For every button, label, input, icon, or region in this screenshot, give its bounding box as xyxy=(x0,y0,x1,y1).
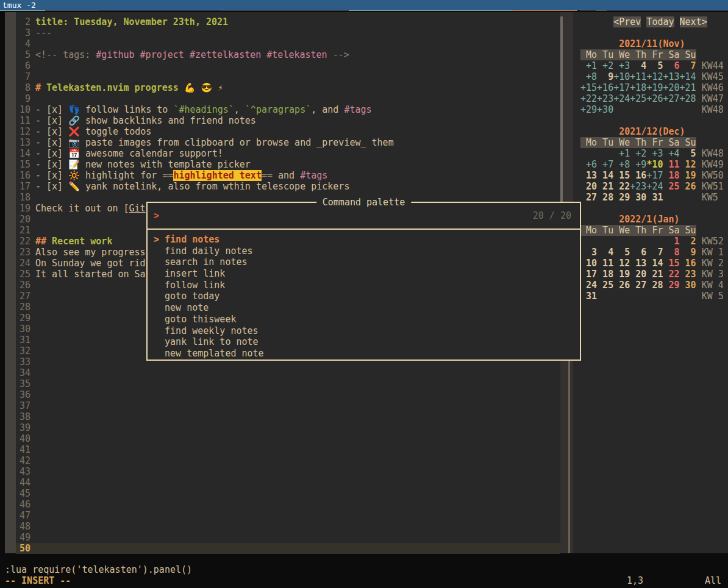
calendar-day[interactable]: 4 xyxy=(630,60,646,71)
calendar-day-with-note[interactable]: +26 xyxy=(646,93,663,104)
calendar-day[interactable]: 26 xyxy=(613,280,630,291)
palette-item[interactable]: yank link to note xyxy=(148,336,580,348)
calendar-day-sunday[interactable]: 30 xyxy=(680,280,696,291)
editor-line[interactable]: 9 xyxy=(16,93,560,104)
calendar-day-with-note[interactable]: +27 xyxy=(663,93,679,104)
calendar-day-with-note[interactable]: +30 xyxy=(597,104,613,115)
editor-line[interactable]: 48 xyxy=(16,521,560,532)
calendar-day-saturday[interactable]: 8 xyxy=(663,247,679,258)
editor-line[interactable]: 6 xyxy=(16,60,560,71)
calendar-day[interactable]: 5 xyxy=(646,60,663,71)
calendar-day-with-note[interactable]: +15 xyxy=(580,82,597,93)
calendar-day[interactable]: 31 xyxy=(646,192,663,203)
calendar-day[interactable]: 13 xyxy=(580,170,597,181)
calendar-day-sunday[interactable]: 9 xyxy=(680,247,696,258)
calendar-day[interactable]: 4 xyxy=(597,247,613,258)
editor-line[interactable]: 38 xyxy=(16,411,560,422)
calendar-day-with-note[interactable]: +8 xyxy=(613,159,630,170)
calendar-day-with-note[interactable]: +6 xyxy=(580,159,597,170)
calendar-day-with-note[interactable]: +21 xyxy=(680,82,696,93)
calendar-day-sunday[interactable]: 12 xyxy=(680,159,696,170)
calendar-day-with-note[interactable]: +10 xyxy=(613,71,630,82)
calendar-day[interactable]: 11 xyxy=(597,258,613,269)
palette-item[interactable]: goto thisweek xyxy=(148,314,580,325)
calendar-day-saturday[interactable]: 22 xyxy=(663,269,679,280)
calendar-day-with-note[interactable]: +2 xyxy=(597,60,613,71)
editor-line[interactable]: 47 xyxy=(16,510,560,521)
calendar-day[interactable]: 30 xyxy=(630,192,646,203)
calendar-day-with-note[interactable]: +22 xyxy=(580,93,597,104)
palette-prompt-box[interactable]: Command palette > 20 / 20 xyxy=(146,202,581,230)
calendar-day-with-note[interactable]: +14 xyxy=(680,71,696,82)
calendar-day-saturday[interactable]: 18 xyxy=(663,170,679,181)
calendar-day[interactable]: 21 xyxy=(646,269,663,280)
editor-line[interactable]: 11- [x] 🔗 show backlinks and friend note… xyxy=(16,115,560,126)
editor-line[interactable]: 16- [x] 🔆 highlight for ==highlighted te… xyxy=(16,170,560,181)
palette-search-input[interactable] xyxy=(159,210,165,221)
calendar-day[interactable]: 5 xyxy=(680,148,696,159)
calendar-day[interactable]: 10 xyxy=(580,258,597,269)
calendar-day-with-note[interactable]: +13 xyxy=(663,71,679,82)
editor-line[interactable]: 46 xyxy=(16,499,560,510)
editor-line[interactable]: 49 xyxy=(16,532,560,543)
calendar-pane[interactable]: <Prev Today Next> 2021/11(Nov) Mo Tu We … xyxy=(573,12,728,553)
editor-line[interactable]: 45 xyxy=(16,488,560,499)
palette-item[interactable]: new note xyxy=(148,302,580,314)
palette-item[interactable]: find weekly notes xyxy=(148,325,580,337)
window-separator[interactable] xyxy=(568,361,570,553)
calendar-day[interactable]: 3 xyxy=(580,247,597,258)
calendar-day-with-note[interactable]: +16 xyxy=(597,82,613,93)
calendar-day-with-note[interactable]: +7 xyxy=(597,159,613,170)
editor-line[interactable]: 44 xyxy=(16,477,560,488)
editor-line[interactable]: 42 xyxy=(16,455,560,466)
calendar-day-with-note[interactable]: +1 xyxy=(580,60,597,71)
editor-line[interactable]: 5<!-- tags: #github #project #zettelkast… xyxy=(16,49,560,60)
calendar-day[interactable]: 31 xyxy=(580,291,597,302)
calendar-day[interactable]: 20 xyxy=(630,269,646,280)
palette-item[interactable]: goto today xyxy=(148,291,580,302)
calendar-day-with-note[interactable]: +17 xyxy=(646,170,663,181)
editor-line[interactable]: 34 xyxy=(16,367,560,378)
calendar-day-with-note[interactable]: +19 xyxy=(646,82,663,93)
calendar-day-sunday[interactable]: 23 xyxy=(680,269,696,280)
calendar-day-with-note[interactable]: +20 xyxy=(663,82,679,93)
calendar-day[interactable]: 6 xyxy=(630,247,646,258)
calendar-day-with-note[interactable]: +12 xyxy=(646,71,663,82)
scrollbar-thumb[interactable] xyxy=(560,16,563,202)
editor-line[interactable]: 4 xyxy=(16,38,560,49)
calendar-day-saturday[interactable]: 1 xyxy=(663,236,679,247)
editor-line[interactable]: 8# Telekasten.nvim progress 💪 😎 ⚡ xyxy=(16,82,560,93)
calendar-day[interactable]: 18 xyxy=(597,269,613,280)
calendar-day-with-note[interactable]: +17 xyxy=(613,82,630,93)
calendar-day-with-note[interactable]: +24 xyxy=(646,181,663,192)
calendar-day[interactable]: 9 xyxy=(597,71,613,82)
calendar-day-today[interactable]: *10 xyxy=(646,159,663,170)
palette-item[interactable]: find daily notes xyxy=(148,246,580,257)
editor-line[interactable]: 50 xyxy=(16,543,560,554)
calendar-day[interactable]: 7 xyxy=(646,247,663,258)
calendar-day[interactable]: 5 xyxy=(613,247,630,258)
editor-line[interactable]: 15- [x] 📝 new notes with template picker xyxy=(16,159,560,170)
calendar-day-with-note[interactable]: +28 xyxy=(680,93,696,104)
calendar-day-with-note[interactable]: +3 xyxy=(613,60,630,71)
calendar-day-with-note[interactable]: +29 xyxy=(580,104,597,115)
palette-item[interactable]: new templated note xyxy=(148,348,580,360)
calendar-day-saturday[interactable]: 11 xyxy=(663,159,679,170)
calendar-button[interactable]: <Prev xyxy=(613,16,641,27)
calendar-button[interactable]: Next> xyxy=(680,16,707,27)
editor-line[interactable]: 37 xyxy=(16,400,560,411)
calendar-day-sunday[interactable]: 7 xyxy=(680,60,696,71)
calendar-day[interactable]: 16 xyxy=(630,170,646,181)
calendar-day[interactable]: 17 xyxy=(580,269,597,280)
calendar-day-with-note[interactable]: +11 xyxy=(630,71,646,82)
calendar-button[interactable]: Today xyxy=(646,16,674,27)
calendar-day-with-note[interactable]: +24 xyxy=(613,93,630,104)
calendar-day-sunday[interactable]: 19 xyxy=(680,170,696,181)
calendar-day-with-note[interactable]: +9 xyxy=(630,159,646,170)
calendar-day[interactable]: 15 xyxy=(613,170,630,181)
calendar-day-sunday[interactable]: 2 xyxy=(680,236,696,247)
calendar-day-saturday[interactable]: 29 xyxy=(663,280,679,291)
calendar-day[interactable]: 25 xyxy=(597,280,613,291)
calendar-day-with-note[interactable]: +2 xyxy=(630,148,646,159)
editor-line[interactable]: 43 xyxy=(16,466,560,477)
